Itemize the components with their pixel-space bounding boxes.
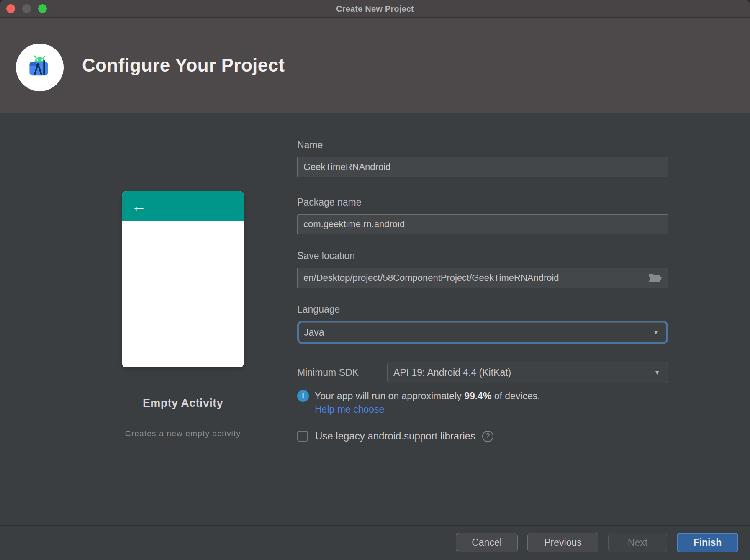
activity-preview-thumbnail: ←	[122, 191, 244, 367]
content-area: ← Empty Activity Creates a new empty act…	[0, 113, 750, 525]
previous-button[interactable]: Previous	[527, 533, 598, 552]
help-me-choose-link[interactable]: Help me choose	[315, 404, 384, 415]
back-arrow-icon: ←	[131, 198, 146, 213]
package-name-input[interactable]	[297, 214, 668, 234]
template-panel: ← Empty Activity Creates a new empty act…	[0, 113, 297, 525]
chevron-down-icon: ▼	[653, 329, 659, 336]
project-config-form: Name Package name Save location Language…	[297, 113, 668, 442]
preview-body	[122, 221, 244, 367]
template-description: Creates a new empty activity	[108, 429, 258, 438]
project-name-input[interactable]	[297, 157, 668, 177]
finish-button[interactable]: Finish	[677, 533, 738, 552]
cancel-button[interactable]: Cancel	[456, 533, 518, 552]
info-icon: i	[297, 390, 309, 402]
template-name: Empty Activity	[108, 397, 258, 410]
sdk-coverage-percent: 99.4%	[464, 390, 491, 401]
sdk-coverage-text: Your app will run on approximately 99.4%…	[315, 390, 540, 402]
language-label: Language	[297, 304, 668, 315]
chevron-down-icon: ▼	[654, 369, 660, 376]
window-title: Create New Project	[0, 0, 750, 18]
section-divider	[297, 347, 668, 347]
create-new-project-dialog: Create New Project Configure Your Projec…	[0, 0, 750, 560]
minimum-sdk-select[interactable]: API 19: Android 4.4 (KitKat) ▼	[387, 362, 668, 383]
legacy-support-checkbox[interactable]	[297, 431, 308, 442]
save-location-label: Save location	[297, 250, 668, 261]
language-select[interactable]: Java ▼	[297, 321, 668, 344]
language-selected-value: Java	[304, 327, 324, 338]
titlebar: Create New Project	[0, 0, 750, 18]
help-question-icon[interactable]: ?	[482, 431, 493, 442]
package-name-label: Package name	[297, 197, 668, 208]
save-location-input[interactable]	[297, 268, 668, 288]
dialog-footer: Cancel Previous Next Finish	[0, 525, 750, 560]
preview-appbar: ←	[122, 191, 244, 221]
next-button: Next	[608, 533, 667, 552]
minimum-sdk-selected-value: API 19: Android 4.4 (KitKat)	[393, 367, 511, 378]
android-studio-logo-icon	[16, 44, 64, 91]
page-title: Configure Your Project	[82, 55, 285, 76]
name-label: Name	[297, 139, 668, 150]
legacy-support-label: Use legacy android.support libraries	[315, 430, 475, 442]
wizard-header: Configure Your Project	[0, 18, 750, 113]
minimum-sdk-label: Minimum SDK	[297, 367, 387, 378]
browse-folder-icon[interactable]	[648, 272, 663, 284]
